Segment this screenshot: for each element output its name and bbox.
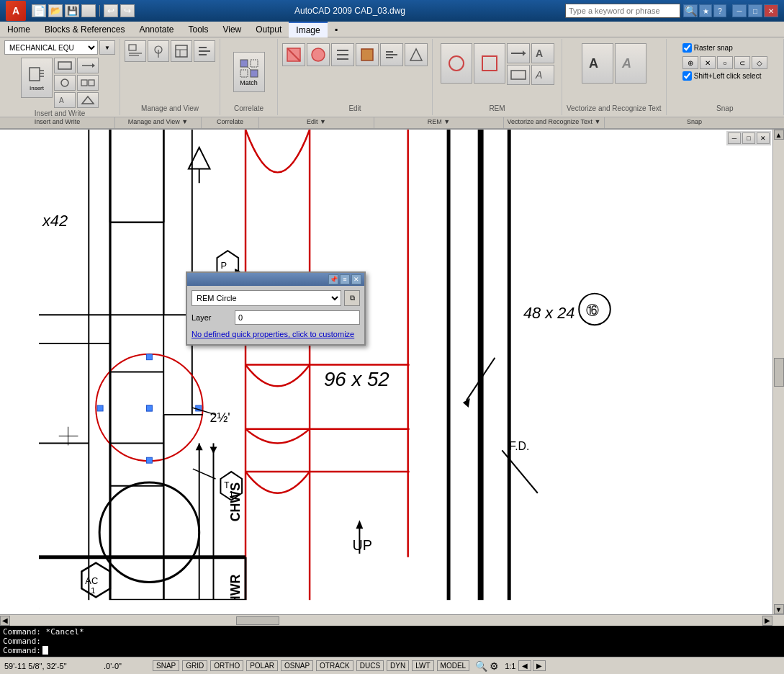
scroll-right-btn[interactable]: ▶ — [762, 616, 772, 626]
horizontal-scrollbar[interactable]: ◀ ▶ — [0, 615, 772, 626]
search-btn[interactable]: 🔍 — [683, 4, 698, 17]
block-dropdown[interactable]: MECHANICAL EQU — [4, 40, 98, 55]
edit-btn2[interactable] — [307, 43, 330, 66]
minimize-btn[interactable]: ─ — [732, 4, 747, 17]
qp-close-btn[interactable]: ✕ — [351, 274, 361, 284]
vec-btn1[interactable]: A — [582, 43, 613, 84]
rem-sub1[interactable] — [507, 43, 530, 63]
model-btn[interactable]: MODEL — [437, 660, 470, 671]
rem-btn2[interactable] — [474, 43, 505, 84]
qp-customize-link[interactable]: No defined quick properties, click to cu… — [192, 329, 360, 340]
close-btn[interactable]: ✕ — [764, 4, 778, 17]
otrack-toggle[interactable]: OTRACK — [316, 660, 353, 671]
manage-btn2[interactable] — [148, 40, 169, 62]
group-label-rem: REM — [489, 103, 505, 114]
snap-btn5[interactable]: ◇ — [752, 56, 767, 69]
search-input[interactable] — [565, 4, 680, 18]
edit-btn6[interactable] — [405, 43, 428, 66]
rem-text1[interactable]: A — [531, 43, 554, 63]
snap-btn4[interactable]: ⊂ — [734, 56, 750, 69]
rb-btn5[interactable] — [77, 75, 99, 91]
svg-rect-43 — [511, 71, 526, 79]
menu-output[interactable]: Output — [248, 22, 289, 37]
print-btn[interactable] — [81, 4, 96, 17]
snap-toggle[interactable]: SNAP — [153, 660, 179, 671]
edit-btn4[interactable] — [356, 43, 379, 66]
grid-toggle[interactable]: GRID — [182, 660, 207, 671]
qp-pin-btn[interactable]: 📌 — [328, 274, 338, 284]
menu-image[interactable]: Image — [289, 22, 327, 37]
scroll-left-btn[interactable]: ◀ — [0, 616, 10, 626]
svg-text:F.D.: F.D. — [509, 440, 529, 452]
insert-btn[interactable]: Insert — [21, 58, 53, 98]
manage-btn1[interactable] — [125, 40, 146, 62]
vertical-scrollbar[interactable]: ▲ ▼ — [772, 130, 784, 614]
rb-btn3[interactable]: A — [54, 92, 76, 108]
edit-btn3[interactable] — [331, 43, 354, 66]
snap-btn3[interactable]: ○ — [717, 56, 733, 69]
menu-annotate[interactable]: Annotate — [132, 22, 181, 37]
save-btn[interactable]: 💾 — [65, 4, 79, 17]
scroll-thumb-v[interactable] — [774, 358, 784, 387]
polar-toggle[interactable]: POLAR — [246, 660, 278, 671]
svg-rect-83 — [146, 354, 152, 360]
snap-btn1[interactable]: ⊕ — [682, 56, 698, 69]
qp-layer-value[interactable] — [235, 310, 360, 325]
new-btn[interactable]: 📄 — [32, 4, 46, 17]
restore-view-btn[interactable]: □ — [742, 132, 755, 144]
scroll-up-btn[interactable]: ▲ — [774, 130, 784, 140]
ortho-toggle[interactable]: ORTHO — [210, 660, 243, 671]
edit-btn1[interactable] — [282, 43, 305, 66]
dropdown-expand-btn[interactable]: ▼ — [99, 40, 115, 55]
svg-rect-23 — [240, 60, 248, 67]
undo-btn[interactable]: ↩ — [104, 4, 118, 17]
close-view-btn[interactable]: ✕ — [757, 132, 770, 144]
match-btn[interactable]: Match — [233, 52, 265, 92]
manage-btn3[interactable] — [171, 40, 192, 62]
open-btn[interactable]: 📂 — [48, 4, 63, 17]
zoom-icon[interactable]: 🔍 — [475, 660, 487, 672]
raster-snap-label: Raster snap — [694, 44, 733, 52]
minimize-view-btn[interactable]: ─ — [728, 132, 741, 144]
menu-view[interactable]: View — [215, 22, 248, 37]
rem-text2[interactable]: A — [531, 65, 554, 85]
qp-copy-btn[interactable]: ⧉ — [344, 290, 360, 306]
rem-btn1[interactable] — [441, 43, 472, 84]
ribbon: MECHANICAL EQU ▼ Insert — [0, 37, 784, 130]
redo-btn[interactable]: ↪ — [120, 4, 135, 17]
snap-btn2[interactable]: ✕ — [700, 56, 716, 69]
manage-btn4[interactable] — [194, 40, 215, 62]
menu-blocks[interactable]: Blocks & References — [37, 22, 132, 37]
qp-dropdown-row: REM Circle ⧉ — [192, 290, 360, 306]
qp-more-btn[interactable]: ≡ — [340, 274, 350, 284]
dyn-toggle[interactable]: DYN — [387, 660, 409, 671]
ribbon-group-manage: Manage and View — [120, 39, 220, 115]
ducs-toggle[interactable]: DUCS — [356, 660, 384, 671]
restore-btn[interactable]: □ — [748, 4, 762, 17]
edit-btn5[interactable] — [380, 43, 403, 66]
drawing-area[interactable]: x42 P 4 — [0, 130, 772, 614]
view-prev-btn[interactable]: ◀ — [518, 660, 531, 671]
osnap-toggle[interactable]: OSNAP — [281, 660, 313, 671]
star-btn[interactable]: ★ — [699, 4, 712, 17]
qp-type-select[interactable]: REM Circle — [192, 290, 341, 306]
rem-sub2[interactable] — [507, 65, 530, 85]
shift-snap-check[interactable]: Shift+Left click select — [682, 71, 767, 81]
cursor-blink — [42, 646, 48, 655]
svg-text:96 x 52: 96 x 52 — [324, 368, 389, 390]
settings-icon[interactable]: ⚙ — [490, 660, 499, 672]
scroll-thumb-h[interactable] — [236, 616, 279, 625]
rb-btn2[interactable] — [54, 75, 76, 91]
scroll-down-btn[interactable]: ▼ — [774, 604, 784, 614]
vec-btn2[interactable]: A — [615, 43, 646, 84]
rb-btn4[interactable] — [77, 58, 99, 73]
view-next-btn[interactable]: ▶ — [533, 660, 546, 671]
rb-btn1[interactable] — [54, 58, 76, 73]
raster-snap-check[interactable]: Raster snap — [682, 43, 767, 53]
menu-extra[interactable]: ▪ — [328, 22, 345, 37]
menu-home[interactable]: Home — [0, 22, 37, 37]
lw-toggle[interactable]: LWT — [412, 660, 433, 671]
rb-btn6[interactable] — [77, 92, 99, 108]
help-btn[interactable]: ? — [713, 4, 726, 17]
menu-tools[interactable]: Tools — [181, 22, 215, 37]
